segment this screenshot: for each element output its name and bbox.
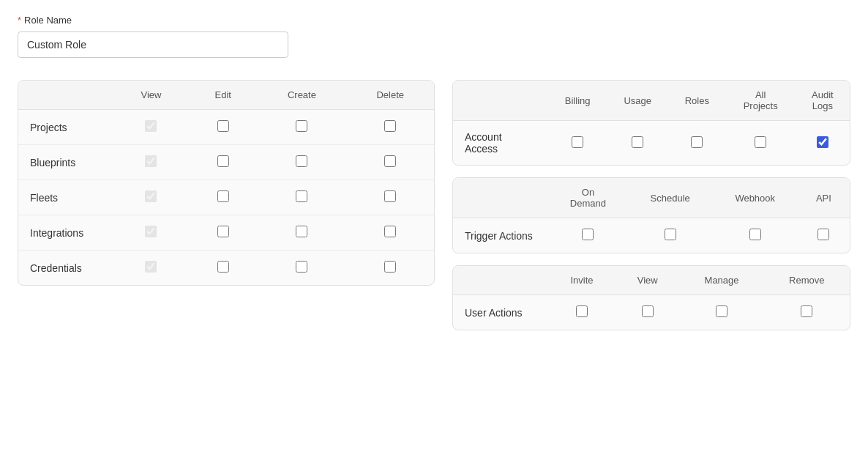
trigger-schedule-cell bbox=[628, 218, 713, 253]
left-create-checkbox-0[interactable] bbox=[296, 120, 307, 132]
left-col-view: View bbox=[113, 81, 189, 110]
left-edit-cell-0 bbox=[189, 110, 257, 145]
table-row: Projects bbox=[18, 110, 434, 145]
user-col-view: View bbox=[616, 266, 679, 295]
table-row: User Actions bbox=[453, 295, 850, 330]
left-create-cell-0 bbox=[257, 110, 346, 145]
account-billing-checkbox[interactable] bbox=[572, 136, 583, 148]
account-billing-cell bbox=[548, 121, 607, 166]
user-col-invite: Invite bbox=[548, 266, 616, 295]
left-delete-cell-1 bbox=[346, 145, 434, 180]
user-view-cell bbox=[616, 295, 679, 330]
table-row: Integrations bbox=[18, 215, 434, 251]
left-delete-checkbox-3[interactable] bbox=[384, 226, 396, 237]
trigger-col-webhook: Webhook bbox=[713, 178, 798, 218]
left-edit-checkbox-0[interactable] bbox=[217, 120, 229, 132]
trigger-col-api: API bbox=[798, 178, 850, 218]
trigger-webhook-cell bbox=[713, 218, 798, 253]
user-view-checkbox[interactable] bbox=[642, 305, 654, 317]
trigger-api-checkbox[interactable] bbox=[818, 229, 829, 240]
left-create-cell-3 bbox=[257, 215, 346, 251]
left-edit-checkbox-4[interactable] bbox=[217, 261, 229, 273]
left-view-cell-4 bbox=[113, 251, 189, 286]
account-auditlogs-checkbox[interactable] bbox=[817, 136, 828, 148]
left-view-checkbox-3[interactable] bbox=[145, 226, 157, 237]
left-edit-checkbox-2[interactable] bbox=[217, 190, 229, 202]
user-actions-table: Invite View Manage Remove User Actions bbox=[452, 265, 850, 330]
left-view-cell-3 bbox=[113, 215, 189, 251]
trigger-col-ondemand: OnDemand bbox=[548, 178, 628, 218]
left-col-empty bbox=[18, 81, 113, 110]
user-col-empty bbox=[453, 266, 548, 295]
left-create-cell-4 bbox=[257, 251, 346, 286]
user-col-remove: Remove bbox=[764, 266, 850, 295]
table-row: Blueprints bbox=[18, 145, 434, 180]
role-name-label: *Role Name bbox=[18, 15, 850, 26]
left-delete-checkbox-2[interactable] bbox=[384, 190, 396, 202]
user-manage-checkbox[interactable] bbox=[716, 305, 727, 317]
left-create-checkbox-1[interactable] bbox=[296, 155, 307, 167]
required-asterisk: * bbox=[18, 15, 21, 26]
left-row-label-3: Integrations bbox=[18, 215, 113, 251]
left-edit-checkbox-1[interactable] bbox=[217, 155, 229, 167]
left-row-label-1: Blueprints bbox=[18, 145, 113, 180]
left-view-checkbox-4[interactable] bbox=[145, 261, 157, 273]
left-col-delete: Delete bbox=[346, 81, 434, 110]
account-allprojects-cell bbox=[726, 121, 796, 166]
left-delete-cell-3 bbox=[346, 215, 434, 251]
left-view-checkbox-0[interactable] bbox=[145, 120, 157, 132]
left-row-label-0: Projects bbox=[18, 110, 113, 145]
left-edit-cell-1 bbox=[189, 145, 257, 180]
account-usage-checkbox[interactable] bbox=[632, 136, 643, 148]
left-create-checkbox-2[interactable] bbox=[296, 190, 307, 202]
left-row-label-2: Fleets bbox=[18, 180, 113, 215]
user-row-label: User Actions bbox=[453, 295, 548, 330]
table-row: Trigger Actions bbox=[453, 218, 850, 253]
left-edit-cell-3 bbox=[189, 215, 257, 251]
trigger-col-empty bbox=[453, 178, 548, 218]
left-create-cell-1 bbox=[257, 145, 346, 180]
account-usage-cell bbox=[607, 121, 668, 166]
account-allprojects-checkbox[interactable] bbox=[755, 136, 766, 148]
table-row: AccountAccess bbox=[453, 121, 850, 166]
table-row: Credentials bbox=[18, 251, 434, 286]
trigger-api-cell bbox=[798, 218, 850, 253]
left-view-checkbox-2[interactable] bbox=[145, 190, 157, 202]
left-delete-checkbox-1[interactable] bbox=[384, 155, 396, 167]
left-create-checkbox-4[interactable] bbox=[296, 261, 307, 273]
left-edit-cell-4 bbox=[189, 251, 257, 286]
account-roles-checkbox[interactable] bbox=[691, 136, 703, 148]
right-permissions-panel: Billing Usage Roles AllProjects AuditLog… bbox=[452, 80, 850, 330]
left-permissions-panel: View Edit Create Delete ProjectsBlueprin… bbox=[18, 80, 435, 330]
left-view-cell-0 bbox=[113, 110, 189, 145]
left-edit-checkbox-3[interactable] bbox=[217, 226, 229, 237]
left-create-checkbox-3[interactable] bbox=[296, 226, 307, 237]
trigger-ondemand-cell bbox=[548, 218, 628, 253]
user-invite-cell bbox=[548, 295, 616, 330]
trigger-col-schedule: Schedule bbox=[628, 178, 713, 218]
left-col-edit: Edit bbox=[189, 81, 257, 110]
left-delete-cell-2 bbox=[346, 180, 434, 215]
role-name-input[interactable] bbox=[18, 32, 288, 58]
user-remove-cell bbox=[764, 295, 850, 330]
trigger-webhook-checkbox[interactable] bbox=[749, 229, 761, 240]
user-manage-cell bbox=[679, 295, 763, 330]
account-col-audit-logs: AuditLogs bbox=[796, 81, 850, 121]
left-delete-checkbox-4[interactable] bbox=[384, 261, 396, 273]
user-invite-checkbox[interactable] bbox=[576, 305, 588, 317]
account-row-label: AccountAccess bbox=[453, 121, 548, 166]
account-col-roles: Roles bbox=[668, 81, 726, 121]
trigger-row-label: Trigger Actions bbox=[453, 218, 548, 253]
trigger-ondemand-checkbox[interactable] bbox=[582, 229, 594, 240]
trigger-schedule-checkbox[interactable] bbox=[665, 229, 676, 240]
account-col-empty bbox=[453, 81, 548, 121]
left-view-cell-1 bbox=[113, 145, 189, 180]
left-view-cell-2 bbox=[113, 180, 189, 215]
left-edit-cell-2 bbox=[189, 180, 257, 215]
account-col-all-projects: AllProjects bbox=[726, 81, 796, 121]
left-permissions-table: View Edit Create Delete ProjectsBlueprin… bbox=[18, 80, 435, 286]
left-delete-checkbox-0[interactable] bbox=[384, 120, 396, 132]
user-remove-checkbox[interactable] bbox=[801, 305, 812, 317]
left-view-checkbox-1[interactable] bbox=[145, 155, 157, 167]
left-delete-cell-4 bbox=[346, 251, 434, 286]
